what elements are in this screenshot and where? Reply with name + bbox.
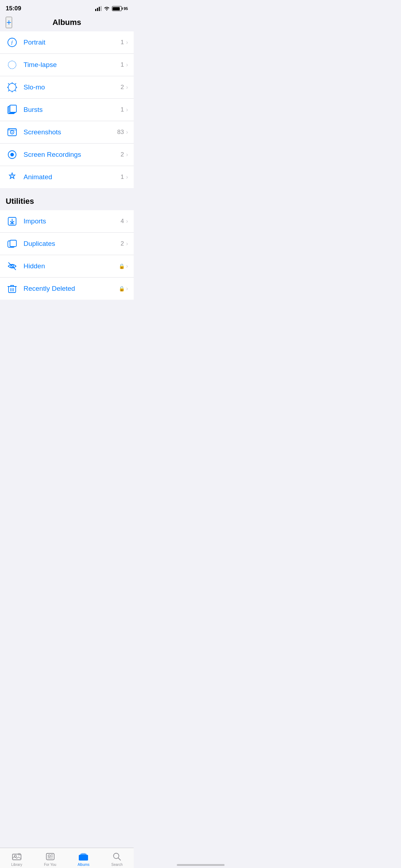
screenrecordings-count: 2 bbox=[120, 151, 124, 158]
utilities-title: Utilities bbox=[6, 197, 34, 206]
utilities-list: Imports 4 › Duplicates 2 › Hidden 🔒 bbox=[0, 210, 134, 300]
media-types-list: ƒ Portrait 1 › Time-lapse 1 › bbox=[0, 31, 134, 188]
svg-line-14 bbox=[15, 83, 16, 84]
timelapse-count: 1 bbox=[120, 61, 124, 68]
battery-icon: 95 bbox=[112, 6, 128, 11]
bursts-icon bbox=[6, 103, 19, 116]
portrait-label: Portrait bbox=[24, 38, 120, 46]
list-item-imports[interactable]: Imports 4 › bbox=[0, 210, 134, 233]
portrait-count: 1 bbox=[120, 39, 124, 46]
list-item-screenshots[interactable]: Screenshots 83 › bbox=[0, 121, 134, 144]
animated-count: 1 bbox=[120, 174, 124, 181]
duplicates-chevron: › bbox=[126, 241, 128, 247]
status-time: 15:09 bbox=[6, 5, 21, 12]
svg-line-12 bbox=[8, 83, 9, 84]
svg-rect-18 bbox=[10, 105, 16, 112]
slomo-icon bbox=[6, 81, 19, 94]
svg-point-6 bbox=[8, 61, 16, 69]
hidden-chevron: › bbox=[126, 263, 128, 269]
recentlydeleted-chevron: › bbox=[126, 285, 128, 292]
screenshots-chevron: › bbox=[126, 129, 128, 135]
svg-rect-0 bbox=[95, 9, 96, 11]
svg-line-13 bbox=[15, 90, 16, 91]
timelapse-icon bbox=[6, 58, 19, 71]
signal-icon bbox=[95, 6, 102, 11]
list-item-slomo[interactable]: Slo-mo 2 › bbox=[0, 76, 134, 99]
animated-chevron: › bbox=[126, 174, 128, 180]
list-item-duplicates[interactable]: Duplicates 2 › bbox=[0, 233, 134, 255]
svg-point-25 bbox=[10, 153, 14, 156]
list-item-bursts[interactable]: Bursts 1 › bbox=[0, 99, 134, 121]
duplicates-label: Duplicates bbox=[24, 240, 120, 248]
bursts-chevron: › bbox=[126, 107, 128, 113]
svg-rect-32 bbox=[10, 240, 16, 247]
svg-point-23 bbox=[9, 129, 10, 130]
screenrecordings-icon bbox=[6, 148, 19, 161]
battery-level: 95 bbox=[124, 6, 128, 11]
svg-rect-2 bbox=[99, 7, 100, 11]
wifi-icon bbox=[104, 6, 110, 11]
imports-icon bbox=[6, 215, 19, 228]
screenshots-count: 83 bbox=[117, 129, 124, 136]
bursts-label: Bursts bbox=[24, 106, 120, 114]
page-header: + Albums bbox=[0, 15, 134, 31]
list-item-animated[interactable]: Animated 1 › bbox=[0, 166, 134, 188]
imports-chevron: › bbox=[126, 218, 128, 224]
animated-label: Animated bbox=[24, 173, 120, 181]
bursts-count: 1 bbox=[120, 106, 124, 113]
timelapse-label: Time-lapse bbox=[24, 61, 120, 69]
list-item-hidden[interactable]: Hidden 🔒 › bbox=[0, 255, 134, 278]
svg-text:ƒ: ƒ bbox=[11, 40, 14, 45]
timelapse-chevron: › bbox=[126, 62, 128, 68]
svg-line-15 bbox=[8, 90, 9, 91]
hidden-label: Hidden bbox=[24, 262, 119, 270]
list-item-recentlydeleted[interactable]: Recently Deleted 🔒 › bbox=[0, 278, 134, 300]
hidden-lock-icon: 🔒 bbox=[119, 263, 125, 269]
screenshots-icon bbox=[6, 126, 19, 139]
add-album-button[interactable]: + bbox=[6, 17, 12, 28]
duplicates-count: 2 bbox=[120, 240, 124, 247]
svg-rect-3 bbox=[101, 6, 102, 11]
utilities-section-header: Utilities bbox=[0, 188, 134, 210]
page-title: Albums bbox=[6, 18, 128, 27]
list-item-screenrecordings[interactable]: Screen Recordings 2 › bbox=[0, 144, 134, 166]
animated-icon bbox=[6, 171, 19, 184]
recentlydeleted-icon bbox=[6, 282, 19, 295]
hidden-icon bbox=[6, 260, 19, 273]
slomo-count: 2 bbox=[120, 84, 124, 91]
status-bar: 15:09 95 bbox=[0, 0, 134, 15]
recentlydeleted-lock-group: 🔒 › bbox=[119, 285, 128, 292]
recentlydeleted-lock-icon: 🔒 bbox=[119, 286, 125, 291]
svg-rect-1 bbox=[97, 8, 98, 11]
screenrecordings-label: Screen Recordings bbox=[24, 151, 120, 159]
status-icons: 95 bbox=[95, 6, 128, 11]
recentlydeleted-label: Recently Deleted bbox=[24, 285, 119, 293]
list-item-timelapse[interactable]: Time-lapse 1 › bbox=[0, 54, 134, 76]
screenshots-label: Screenshots bbox=[24, 128, 117, 136]
screenrecordings-chevron: › bbox=[126, 151, 128, 158]
slomo-chevron: › bbox=[126, 84, 128, 91]
svg-point-21 bbox=[12, 132, 13, 133]
portrait-chevron: › bbox=[126, 39, 128, 46]
svg-line-34 bbox=[9, 263, 16, 270]
hidden-lock-group: 🔒 › bbox=[119, 263, 128, 269]
portrait-icon: ƒ bbox=[6, 36, 19, 49]
imports-label: Imports bbox=[24, 217, 120, 225]
duplicates-icon bbox=[6, 237, 19, 250]
imports-count: 4 bbox=[120, 218, 124, 225]
list-item-portrait[interactable]: ƒ Portrait 1 › bbox=[0, 31, 134, 54]
slomo-label: Slo-mo bbox=[24, 83, 120, 91]
